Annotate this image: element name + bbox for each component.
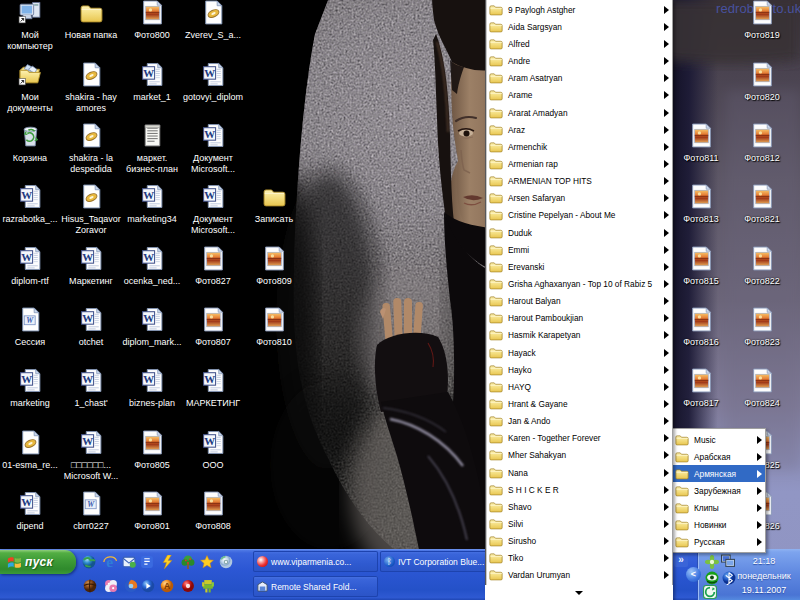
svg-text:A: A [164,581,170,591]
